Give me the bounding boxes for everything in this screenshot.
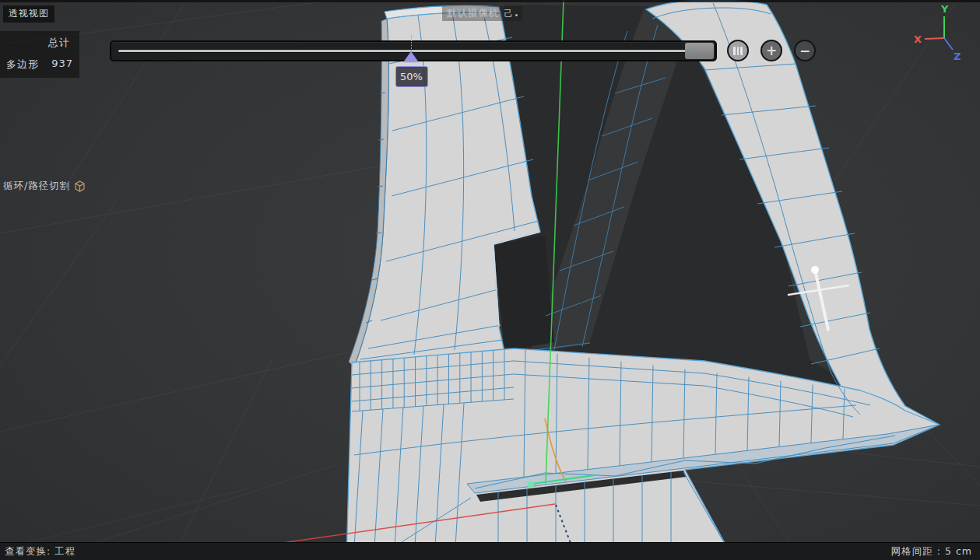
stats-header: 总计 — [6, 36, 73, 50]
stats-row-label: 多边形 — [6, 58, 39, 72]
camera-name-label[interactable]: 默认摄像机己 — [442, 6, 522, 21]
viewport-top-border — [0, 0, 980, 2]
zoom-out-button[interactable]: − — [794, 40, 816, 61]
svg-text:Y: Y — [940, 3, 949, 15]
camera-dot-icon — [515, 14, 518, 16]
bar-glyph — [737, 47, 739, 55]
bar-glyph — [733, 47, 736, 55]
active-tool-label: 循环/路径切割 — [3, 180, 70, 193]
panel-toggle-button[interactable] — [727, 40, 749, 61]
stats-hud: 总计 多边形 937 — [0, 31, 79, 78]
stats-row-polygons: 多边形 937 — [6, 58, 73, 72]
bar-glyph — [740, 47, 743, 55]
viewport-name-label[interactable]: 透视视图 — [3, 5, 54, 23]
cut-value-tooltip: 50% — [395, 66, 428, 87]
slider-marker-guide — [411, 35, 412, 51]
active-tool-hint: 循环/路径切割 — [3, 180, 86, 193]
grid-spacing-status: 网格间距 : 5 cm — [891, 545, 972, 558]
view-transform-status: 查看变换: 工程 — [5, 545, 76, 558]
camera-name-text: 默认摄像机 — [447, 7, 500, 19]
viewport-canvas[interactable] — [0, 0, 980, 560]
svg-text:Z: Z — [954, 51, 961, 62]
stats-row-value: 937 — [51, 58, 73, 72]
slider-marker-handle[interactable] — [404, 51, 418, 61]
axis-gizmo[interactable]: YXZ — [905, 2, 975, 68]
slider-endcap[interactable] — [685, 43, 714, 59]
zoom-in-button[interactable]: + — [760, 40, 782, 61]
polygon-cube-icon — [74, 180, 86, 192]
camera-edit-icon[interactable]: 己 — [504, 9, 514, 19]
viewport: 透视视图 总计 多边形 937 默认摄像机己 循环/路径切割 50% + − Y… — [0, 0, 980, 560]
status-bar: 查看变换: 工程 网格间距 : 5 cm — [0, 542, 980, 560]
svg-text:X: X — [914, 33, 922, 45]
